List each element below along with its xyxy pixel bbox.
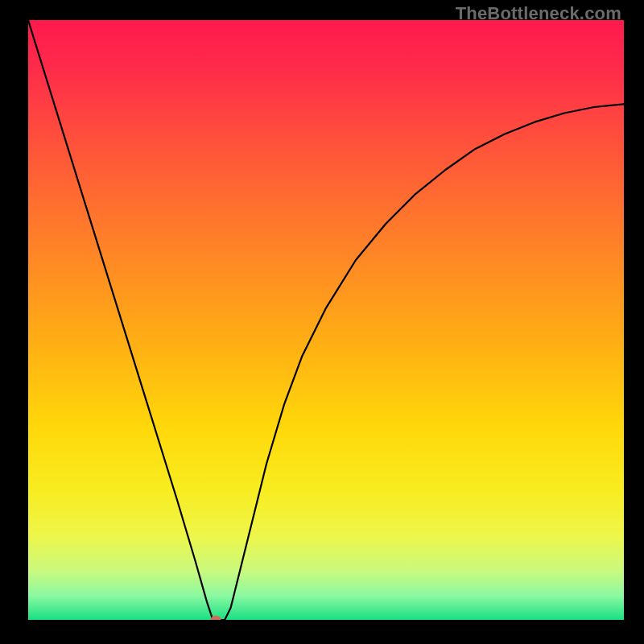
gradient-background [28, 20, 624, 620]
chart-svg [28, 20, 624, 620]
watermark-text: TheBottleneck.com [456, 3, 621, 24]
plot-area [28, 20, 624, 620]
chart-frame: TheBottleneck.com [0, 0, 644, 644]
